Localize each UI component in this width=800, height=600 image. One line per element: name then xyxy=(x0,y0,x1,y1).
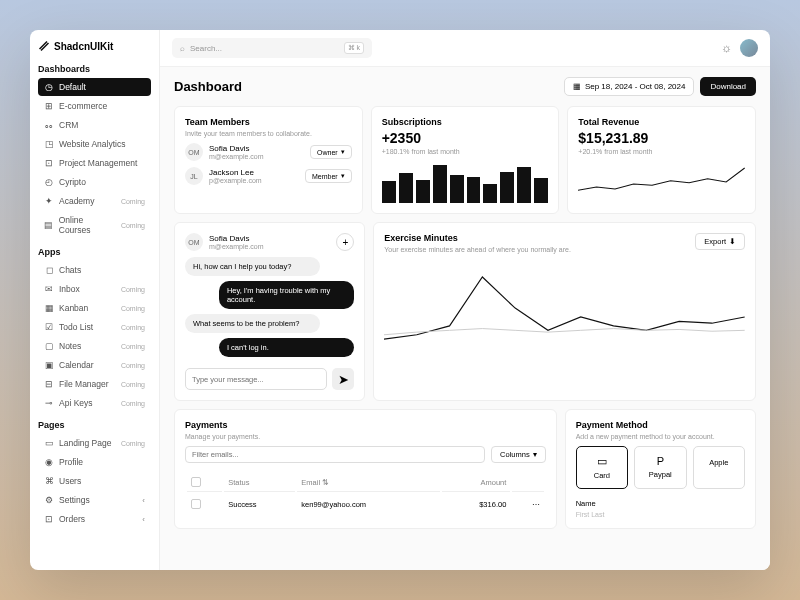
sidebar-item-project-management[interactable]: ⊡Project Management xyxy=(38,154,151,172)
pm-tab-paypal[interactable]: PPaypal xyxy=(634,446,686,489)
nav-icon: ▣ xyxy=(44,360,54,370)
sidebar-item-inbox[interactable]: ✉InboxComing xyxy=(38,280,151,298)
sort-icon: ⇅ xyxy=(322,478,329,487)
col-amount[interactable]: Amount xyxy=(442,473,511,492)
topbar: ⌕ Search... ⌘ k ☼ xyxy=(160,30,770,67)
sidebar-item-todo-list[interactable]: ☑Todo ListComing xyxy=(38,318,151,336)
bar xyxy=(382,181,396,203)
col-email[interactable]: Email ⇅ xyxy=(297,473,439,492)
pm-tab-apple[interactable]: Apple xyxy=(693,446,745,489)
chevron-down-icon: ▾ xyxy=(341,172,345,180)
content: Dashboard ▦ Sep 18, 2024 - Oct 08, 2024 … xyxy=(160,67,770,570)
chat-input[interactable] xyxy=(185,368,327,390)
role-select[interactable]: Member ▾ xyxy=(305,169,352,183)
chevron-down-icon: ▾ xyxy=(341,148,345,156)
chat-card: OM Sofia Davis m@example.com + Hi, how c… xyxy=(174,222,365,401)
exercise-chart xyxy=(384,267,745,357)
col-status[interactable]: Status xyxy=(224,473,295,492)
sidebar-item-chats[interactable]: ◻Chats xyxy=(38,261,151,279)
nav-icon: ₒₒ xyxy=(44,120,54,130)
sidebar-item-settings[interactable]: ⚙Settings‹ xyxy=(38,491,151,509)
pm-tab-card[interactable]: ▭Card xyxy=(576,446,628,489)
bar xyxy=(467,177,481,203)
coming-badge: Coming xyxy=(121,198,145,205)
subs-bar-chart xyxy=(382,163,549,203)
rev-value: $15,231.89 xyxy=(578,130,745,146)
pm-tab-label: Paypal xyxy=(649,470,672,479)
bar xyxy=(500,172,514,203)
card-icon: ▭ xyxy=(581,455,623,468)
sidebar-item-profile[interactable]: ◉Profile xyxy=(38,453,151,471)
sidebar-item-notes[interactable]: ▢NotesComing xyxy=(38,337,151,355)
sidebar-item-website-analytics[interactable]: ◳Website Analytics xyxy=(38,135,151,153)
chevron-icon: ‹ xyxy=(142,515,145,524)
sidebar: ShadcnUIKit Dashboards◷Default⊞E-commerc… xyxy=(30,30,160,570)
nav-label: Project Management xyxy=(59,158,137,168)
section-label: Pages xyxy=(38,420,151,430)
pm-tab-label: Apple xyxy=(709,458,728,467)
nav-label: Users xyxy=(59,476,81,486)
nav-label: CRM xyxy=(59,120,78,130)
export-button[interactable]: Export ⬇ xyxy=(695,233,745,250)
nav-label: Online Courses xyxy=(59,215,116,235)
coming-badge: Coming xyxy=(121,400,145,407)
theme-toggle-icon[interactable]: ☼ xyxy=(721,41,732,55)
row-menu-icon[interactable]: ⋯ xyxy=(532,500,540,509)
download-icon: ⬇ xyxy=(729,237,736,246)
nav-icon: ▭ xyxy=(44,438,54,448)
exercise-card: Exercise Minutes Your exercise minutes a… xyxy=(373,222,756,401)
sidebar-item-file-manager[interactable]: ⊟File ManagerComing xyxy=(38,375,151,393)
team-member: OMSofia Davism@example.comOwner ▾ xyxy=(185,143,352,161)
chat-user-name: Sofia Davis xyxy=(209,234,330,243)
nav-label: Cyripto xyxy=(59,177,86,187)
chat-user-email: m@example.com xyxy=(209,243,330,250)
section-label: Apps xyxy=(38,247,151,257)
sidebar-item-online-courses[interactable]: ▤Online CoursesComing xyxy=(38,211,151,239)
search-input[interactable]: ⌕ Search... ⌘ k xyxy=(172,38,372,58)
member-email: p@example.com xyxy=(209,177,299,184)
download-button[interactable]: Download xyxy=(700,77,756,96)
sidebar-item-academy[interactable]: ✦AcademyComing xyxy=(38,192,151,210)
sidebar-item-api-keys[interactable]: ⊸Api KeysComing xyxy=(38,394,151,412)
date-range-picker[interactable]: ▦ Sep 18, 2024 - Oct 08, 2024 xyxy=(564,77,695,96)
subs-value: +2350 xyxy=(382,130,549,146)
send-button[interactable]: ➤ xyxy=(332,368,354,390)
brand-name: ShadcnUIKit xyxy=(54,41,113,52)
row-checkbox[interactable] xyxy=(191,499,201,509)
sidebar-item-e-commerce[interactable]: ⊞E-commerce xyxy=(38,97,151,115)
cell-amount: $316.00 xyxy=(442,494,511,514)
select-all-checkbox[interactable] xyxy=(191,477,201,487)
chat-message: Hi, how can I help you today? xyxy=(185,257,320,276)
bar xyxy=(517,167,531,203)
sidebar-item-crm[interactable]: ₒₒCRM xyxy=(38,116,151,134)
nav-label: E-commerce xyxy=(59,101,107,111)
search-placeholder: Search... xyxy=(190,44,222,53)
cell-status: Success xyxy=(224,494,295,514)
columns-label: Columns xyxy=(500,450,530,459)
chat-add-button[interactable]: + xyxy=(336,233,354,251)
sidebar-item-default[interactable]: ◷Default xyxy=(38,78,151,96)
coming-badge: Coming xyxy=(121,381,145,388)
rev-change: +20.1% from last month xyxy=(578,148,745,155)
sidebar-item-cyripto[interactable]: ◴Cyripto xyxy=(38,173,151,191)
main: ⌕ Search... ⌘ k ☼ Dashboard ▦ Sep 18, 20… xyxy=(160,30,770,570)
ex-title: Exercise Minutes xyxy=(384,233,571,243)
payments-card: Payments Manage your payments. Columns ▾… xyxy=(174,409,557,529)
role-select[interactable]: Owner ▾ xyxy=(310,145,352,159)
nav-icon: ◉ xyxy=(44,457,54,467)
sidebar-item-orders[interactable]: ⊡Orders‹ xyxy=(38,510,151,528)
sidebar-item-landing-page[interactable]: ▭Landing PageComing xyxy=(38,434,151,452)
user-avatar[interactable] xyxy=(740,39,758,57)
bar xyxy=(416,180,430,203)
filter-emails-input[interactable] xyxy=(185,446,485,463)
app-window: ShadcnUIKit Dashboards◷Default⊞E-commerc… xyxy=(30,30,770,570)
pm-title: Payment Method xyxy=(576,420,745,430)
columns-button[interactable]: Columns ▾ xyxy=(491,446,546,463)
sidebar-item-users[interactable]: ⌘Users xyxy=(38,472,151,490)
nav-label: Kanban xyxy=(59,303,88,313)
brand-logo[interactable]: ShadcnUIKit xyxy=(38,40,151,52)
nav-label: Academy xyxy=(59,196,94,206)
sidebar-item-kanban[interactable]: ▦KanbanComing xyxy=(38,299,151,317)
nav-label: Chats xyxy=(59,265,81,275)
sidebar-item-calendar[interactable]: ▣CalendarComing xyxy=(38,356,151,374)
